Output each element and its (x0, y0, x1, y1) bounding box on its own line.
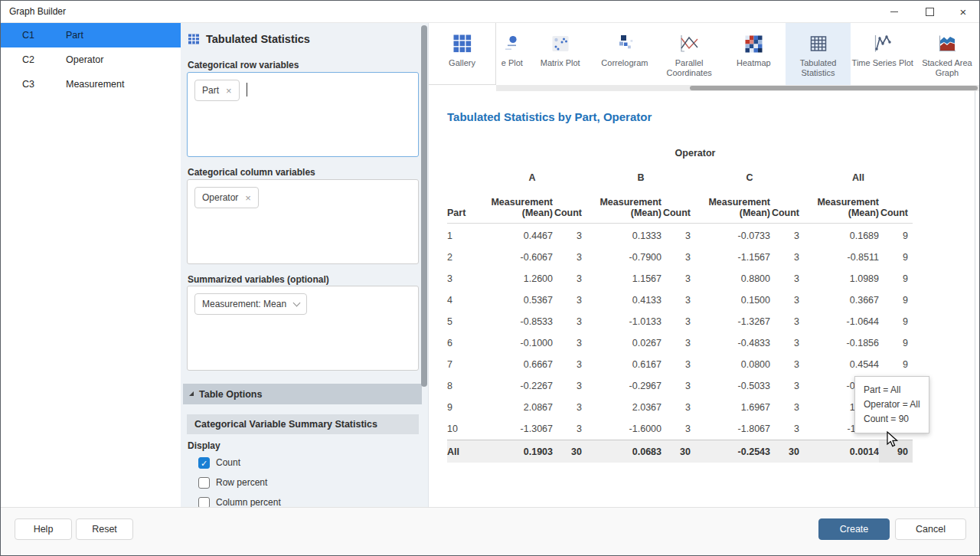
panel-title: Tabulated Statistics (206, 33, 310, 45)
window-title: Graph Builder (9, 6, 66, 17)
checkbox-row[interactable]: Count (198, 456, 240, 469)
part-cell: 1 (447, 231, 478, 241)
count-cell: 3 (662, 316, 695, 327)
variable-chip-part[interactable]: Part × (194, 80, 240, 101)
sidebar-column-item[interactable]: C3 Measurement (1, 72, 181, 96)
mean-cell: 0.8800 (695, 273, 770, 284)
table-options-header[interactable]: Table Options (183, 384, 422, 404)
column-variables-box[interactable]: Operator × (187, 179, 419, 264)
output-title: Tabulated Statistics by Part, Operator (447, 110, 652, 123)
cell-tooltip: Part = All Operator = All Count = 90 (854, 376, 929, 433)
mean-cell: 0.4467 (478, 231, 553, 241)
summarized-variables-label: Summarized variables (optional) (188, 274, 329, 285)
gallery-item[interactable]: Gallery (429, 23, 495, 84)
chip-label: Part (202, 85, 219, 96)
variable-chip-operator[interactable]: Operator × (194, 187, 259, 208)
table-column-header-row: Part Measurement(Mean) Count Measurement… (447, 190, 913, 224)
mean-cell: 0.1333 (586, 231, 662, 241)
checkbox[interactable] (198, 457, 210, 469)
mean-cell: -1.6000 (586, 424, 662, 434)
mean-cell: -0.2967 (586, 381, 662, 391)
mean-cell: 0.1689 (804, 231, 879, 241)
tooltip-line: Operator = All (864, 397, 920, 412)
sidebar-column-item[interactable]: C2 Operator (1, 47, 181, 72)
chevron-down-icon[interactable] (293, 299, 301, 306)
table-row: 7 0.6667 3 0.6167 3 0.0800 3 0.4544 9 (447, 354, 913, 375)
gallery-item[interactable]: Time Series Plot (851, 23, 915, 85)
gallery-item[interactable]: Correlogram (593, 23, 657, 85)
gallery-item-label: Tabulated Statistics (786, 58, 850, 78)
count-cell: 3 (770, 316, 804, 327)
gallery-item-label: Time Series Plot (852, 58, 913, 68)
minimize-button[interactable] (877, 1, 912, 22)
table-options-label: Table Options (199, 389, 262, 400)
count-cell: 3 (553, 231, 586, 241)
column-variables-label: Categorical column variables (188, 167, 315, 178)
count-cell: 3 (770, 252, 804, 263)
part-cell: 6 (447, 338, 478, 348)
group-header: All (804, 172, 913, 183)
summary-statistics-header: Categorical Variable Summary Statistics (187, 414, 419, 434)
mean-column-header: Measurement(Mean) (586, 197, 662, 218)
heatmap-icon (743, 33, 764, 54)
title-bar[interactable]: Graph Builder × (1, 1, 979, 23)
create-button[interactable]: Create (818, 518, 890, 540)
table-row: 5 -0.8533 3 -1.0133 3 -1.3267 3 -1.0644 … (447, 311, 913, 332)
mean-cell: 0.0800 (695, 359, 770, 370)
close-button[interactable]: × (947, 1, 979, 22)
variable-chip-measurement-mean[interactable]: Measurement: Mean (194, 293, 307, 315)
count-cell: 3 (662, 273, 695, 284)
gallery-item[interactable]: Heatmap (721, 23, 786, 85)
remove-chip-icon[interactable]: × (226, 86, 232, 96)
time-series-plot-icon (872, 33, 893, 54)
part-cell: 8 (447, 381, 478, 391)
count-cell: 3 (553, 316, 586, 327)
count-cell: 3 (553, 338, 586, 348)
count-cell: 3 (770, 381, 804, 391)
mean-column-header: Measurement(Mean) (804, 197, 879, 218)
count-cell: 3 (770, 359, 804, 370)
text-caret (247, 83, 247, 96)
gallery-item-label: Correlogram (601, 58, 648, 68)
row-variables-box[interactable]: Part × (187, 72, 419, 157)
table-group-header-row: A B C All (447, 165, 913, 190)
gallery-item[interactable]: Stacked Area Graph (915, 23, 979, 85)
gallery-item[interactable]: Matrix Plot (528, 23, 593, 85)
gallery-item[interactable]: Parallel Coordinates (657, 23, 721, 85)
panel-scrollbar-thumb[interactable] (421, 25, 427, 387)
checkbox-label: Row percent (216, 477, 267, 488)
mean-cell: 0.3667 (804, 295, 879, 306)
count-cell: 9 (879, 316, 913, 327)
reset-button[interactable]: Reset (76, 518, 133, 540)
help-button[interactable]: Help (15, 518, 72, 540)
gallery-item[interactable]: e Plot (496, 23, 528, 85)
count-cell: 3 (662, 381, 695, 391)
columns-sidebar: C1 Part C2 Operator C3 Measurement (1, 23, 181, 507)
dialog-footer: Help Reset Create Cancel (1, 507, 979, 555)
mean-cell: -1.3267 (695, 316, 770, 327)
gallery-scrollbar-thumb[interactable] (690, 86, 978, 90)
checkbox-row[interactable]: Row percent (198, 476, 267, 489)
mean-cell: 0.6667 (478, 359, 553, 370)
sidebar-column-item[interactable]: C1 Part (1, 23, 181, 47)
graph-type-gallery: Gallery e Plot Matrix Plot Correlogram (429, 23, 979, 85)
panel-title-row: Tabulated Statistics (188, 33, 310, 45)
checkbox[interactable] (198, 477, 210, 489)
table-row: 3 1.2600 3 1.1567 3 0.8800 3 1.0989 9 (447, 268, 913, 289)
cancel-button[interactable]: Cancel (895, 518, 966, 540)
count-cell: 3 (553, 295, 586, 306)
parallel-coordinates-icon (678, 33, 700, 54)
maximize-button[interactable] (912, 1, 947, 22)
mean-cell: -0.4833 (695, 338, 770, 348)
part-cell: 9 (447, 402, 478, 413)
checkbox-label: Column percent (216, 497, 281, 508)
part-cell: 4 (447, 295, 478, 306)
gallery-item-label: Gallery (449, 58, 475, 68)
remove-chip-icon[interactable]: × (245, 193, 251, 203)
stacked-area-icon (936, 33, 958, 54)
summarized-variables-box[interactable]: Measurement: Mean (187, 286, 419, 371)
gallery-scrollbar-track[interactable] (496, 85, 979, 91)
gallery-item[interactable]: Tabulated Statistics (786, 23, 850, 85)
count-cell: 9 (879, 252, 913, 263)
preview-area: Gallery e Plot Matrix Plot Correlogram (429, 23, 979, 507)
